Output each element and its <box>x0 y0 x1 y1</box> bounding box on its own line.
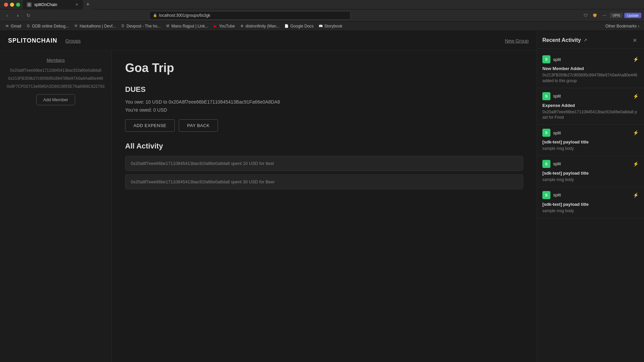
new-group-button[interactable]: New Group <box>505 38 529 44</box>
vpn-button[interactable]: VPN <box>610 13 623 18</box>
activity-item-1: 0x20a8f7eee66be17110845413bac91fa66e0a8d… <box>125 156 523 171</box>
owe-line: You owe: 10 USD to 0x20A8f7eee66bE171108… <box>125 99 523 105</box>
settings-button[interactable]: ⋯ <box>600 11 608 19</box>
activity-card-1-title: New Member Added <box>542 66 639 71</box>
panel-header: Recent Activity ↗ ✕ <box>537 31 644 49</box>
all-activity-title: All Activity <box>125 142 523 150</box>
activity-icon-5: ⚡ <box>633 192 639 198</box>
activity-card-1-body: 0x213FB359b27c905695c894788e97A0a4Aa80e4… <box>542 72 639 84</box>
address-text: localhost:3001/groups/6s3gk <box>159 13 210 18</box>
update-button[interactable]: Update <box>624 13 641 18</box>
new-tab-button[interactable]: + <box>83 0 93 9</box>
other-bookmarks[interactable]: Other Bookmarks › <box>603 23 641 29</box>
activity-card-3-body: sample msg body <box>542 146 639 152</box>
bookmark-distroinfinity-label: distronfinity (Man... <box>246 24 279 28</box>
activity-sender-2: S split <box>542 92 561 100</box>
sender-name-5: split <box>553 192 561 197</box>
activity-card-4: S split ⚡ [sdk-test] payload title sampl… <box>537 156 644 187</box>
activity-card-4-body: sample msg body <box>542 177 639 183</box>
bookmark-gdb-label: GDB online Debug... <box>32 24 69 28</box>
sender-avatar-5: S <box>542 191 550 199</box>
bookmark-hackathons[interactable]: H Hackathons | Devf... <box>71 23 118 29</box>
minimize-window-button[interactable] <box>10 3 14 7</box>
maximize-window-button[interactable] <box>16 3 20 7</box>
bookmark-hackathons-label: Hackathons | Devf... <box>79 24 116 28</box>
activity-card-5-header: S split ⚡ <box>542 191 639 199</box>
devpost-icon: D <box>120 24 125 28</box>
browser-actions: 🛡 🦁 ⋯ VPN Update <box>582 11 641 19</box>
activity-sender-3: S split <box>542 129 561 137</box>
external-link-icon[interactable]: ↗ <box>584 38 587 43</box>
members-title[interactable]: Members <box>5 58 106 63</box>
traffic-lights[interactable] <box>4 3 20 7</box>
activity-icon-3: ⚡ <box>633 130 639 135</box>
refresh-button[interactable]: ↻ <box>24 11 33 20</box>
sender-name-1: split <box>553 57 561 62</box>
gmail-icon: ✉ <box>5 24 9 28</box>
chevron-right-icon: › <box>638 24 639 28</box>
back-button[interactable]: ‹ <box>3 11 11 20</box>
browser-chrome: ‹ › ↻ 🔒 localhost:3001/groups/6s3gk 🛡 🦁 … <box>0 9 644 21</box>
activity-icon-4: ⚡ <box>633 161 639 167</box>
action-buttons: ADD EXPENSE PAY BACK <box>125 119 523 132</box>
member-item-3[interactable]: 0x6F7CFD0713e9985A3D8919855E76a8988C6227… <box>5 84 106 89</box>
main-inner: Goa Trip DUES You owe: 10 USD to 0x20A8f… <box>125 51 523 189</box>
sender-avatar-1: S <box>542 55 550 63</box>
add-expense-button[interactable]: ADD EXPENSE <box>125 119 175 132</box>
pay-back-button[interactable]: PAY BACK <box>179 119 218 132</box>
nav-groups[interactable]: Groups <box>65 38 81 44</box>
tab-label: splitOnChain <box>34 2 57 7</box>
tab-favicon: S <box>27 2 32 7</box>
activity-sender-5: S split <box>542 191 561 199</box>
recent-activity-panel: Recent Activity ↗ ✕ S split ⚡ New Member… <box>537 31 644 362</box>
bookmark-distroinfinity[interactable]: ⚙ distronfinity (Man... <box>237 23 281 29</box>
tab-bar: S splitOnChain ✕ + <box>23 0 93 9</box>
member-item-1[interactable]: 0x20a8f7eee66be17110845413bac91fa66e0a8d… <box>5 68 106 73</box>
activity-icon-1: ⚡ <box>633 57 639 62</box>
manu-icon: M <box>165 24 170 28</box>
extensions-button[interactable]: 🛡 <box>582 11 590 19</box>
app-header: SPLITONCHAIN Groups New Group <box>0 31 537 51</box>
panel-title-text: Recent Activity <box>542 37 581 43</box>
bookmark-storybook-label: Storybook <box>324 24 342 28</box>
address-bar[interactable]: 🔒 localhost:3001/groups/6s3gk <box>149 11 351 20</box>
app-container: SPLITONCHAIN Groups New Group Members 0x… <box>0 31 644 362</box>
activity-card-2-header: S split ⚡ <box>542 92 639 100</box>
sender-name-2: split <box>553 94 561 99</box>
bookmark-devpost-label: Devpost - The ho... <box>126 24 161 28</box>
bookmark-youtube-label: YouTube <box>219 24 235 28</box>
bookmark-manu[interactable]: M Manu Rajput | Link... <box>163 23 210 29</box>
bookmark-gmail[interactable]: ✉ Gmail <box>3 23 23 29</box>
activity-card-1-header: S split ⚡ <box>542 55 639 63</box>
bookmark-devpost[interactable]: D Devpost - The ho... <box>118 23 163 29</box>
panel-close-button[interactable]: ✕ <box>631 36 639 44</box>
bookmark-youtube[interactable]: ▶ YouTube <box>211 23 237 29</box>
sender-name-4: split <box>553 161 561 166</box>
gdb-icon: G <box>26 24 31 28</box>
activity-card-3-title: [sdk-test] payload title <box>542 139 639 144</box>
bookmark-storybook[interactable]: 📖 Storybook <box>316 23 344 29</box>
member-item-2[interactable]: 0x213FB359b27c905695c894788e97A0a4Aa80e4… <box>5 76 106 81</box>
sender-avatar-2: S <box>542 92 550 100</box>
sender-avatar-3: S <box>542 129 550 137</box>
activity-card-5-title: [sdk-test] payload title <box>542 202 639 207</box>
activity-card-1: S split ⚡ New Member Added 0x213FB359b27… <box>537 51 644 88</box>
close-window-button[interactable] <box>4 3 8 7</box>
sender-avatar-4: S <box>542 160 550 168</box>
add-member-button[interactable]: Add Member <box>36 94 75 105</box>
bookmark-gdb[interactable]: G GDB online Debug... <box>24 23 71 29</box>
bookmarks-bar: ✉ Gmail G GDB online Debug... H Hackatho… <box>0 21 644 31</box>
bookmark-gmail-label: Gmail <box>11 24 21 28</box>
sidebar: Members 0x20a8f7eee66be17110845413bac91f… <box>0 31 112 362</box>
storybook-icon: 📖 <box>318 24 323 28</box>
tab-close-button[interactable]: ✕ <box>74 2 79 7</box>
owed-line: You're owed: 0 USD <box>125 107 523 113</box>
forward-button[interactable]: › <box>13 11 22 20</box>
youtube-icon: ▶ <box>213 24 218 28</box>
active-tab[interactable]: S splitOnChain ✕ <box>23 0 83 9</box>
activity-card-2: S split ⚡ Expense Added 0x20a8f7eee66be1… <box>537 88 644 125</box>
google-docs-icon: 📄 <box>284 24 289 28</box>
bookmark-google-docs[interactable]: 📄 Google Docs <box>282 23 315 29</box>
wallet-button[interactable]: 🦁 <box>591 11 599 19</box>
activity-sender-4: S split <box>542 160 561 168</box>
